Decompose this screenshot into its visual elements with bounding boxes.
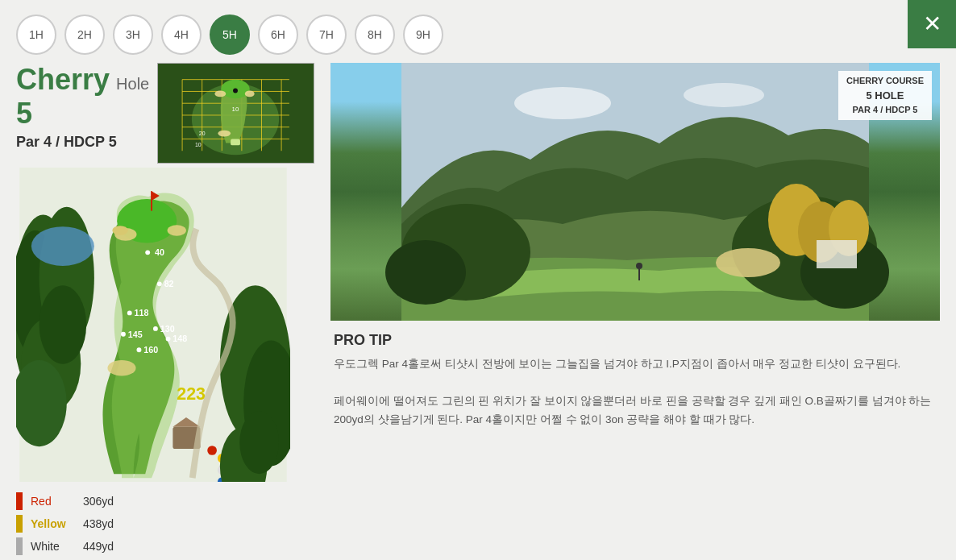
white-label: White (31, 540, 75, 553)
photo-par-label: PAR 4 / HDCP 5 (846, 103, 924, 117)
red-color-bar (16, 492, 23, 510)
hole-btn-1h[interactable]: 1H (16, 15, 56, 55)
svg-rect-72 (817, 240, 857, 268)
left-top-area: Cherry 5 Hole Par 4 / HDCP 5 (16, 63, 314, 164)
svg-point-66 (385, 240, 466, 305)
svg-text:82: 82 (164, 279, 174, 288)
left-panel: Cherry 5 Hole Par 4 / HDCP 5 (16, 63, 314, 560)
svg-text:10: 10 (195, 142, 202, 147)
distance-row-yellow: Yellow 438yd (16, 512, 193, 535)
red-value: 306yd (83, 495, 114, 508)
distance-row-white: White 449yd (16, 535, 193, 558)
svg-point-29 (31, 226, 94, 266)
svg-rect-19 (231, 139, 240, 145)
photo-course-label: CHERRY COURSE (846, 74, 924, 88)
pro-tip-para2: 페어웨이에 떨어져도 그린의 핀 위치가 잘 보이지 않을뿐더러 바로 핀을 공… (334, 395, 931, 425)
main-content: Cherry 5 Hole Par 4 / HDCP 5 (0, 63, 956, 560)
hole-suffix: Hole (116, 75, 149, 93)
hole-btn-5h[interactable]: 5H (210, 15, 250, 55)
svg-text:148: 148 (172, 334, 187, 343)
svg-point-51 (107, 360, 135, 376)
mini-map-svg: 10 20 10 (158, 64, 314, 163)
photo-hole-label: 5 HOLE (846, 88, 924, 104)
svg-text:223: 223 (177, 384, 206, 404)
distance-row-red: Red 306yd (16, 490, 193, 512)
svg-point-48 (137, 347, 142, 352)
svg-point-16 (215, 90, 227, 97)
hole-btn-3h[interactable]: 3H (113, 15, 153, 55)
svg-text:20: 20 (199, 131, 206, 136)
course-svg: 40 82 118 145 130 148 (16, 168, 290, 482)
svg-point-36 (145, 250, 150, 255)
pro-tip-section: PRO TIP 우도그렉 Par 4홀로써 티샷시 전방에 보이는 그늘집을 넘… (330, 332, 940, 429)
svg-point-38 (157, 281, 162, 286)
svg-point-76 (684, 83, 764, 107)
white-value: 449yd (83, 540, 114, 553)
svg-text:145: 145 (128, 330, 143, 339)
red-label: Red (31, 495, 75, 508)
svg-text:10: 10 (232, 106, 239, 113)
distance-table: Red 306yd Yellow 438yd White 449yd Blue … (16, 490, 193, 560)
svg-point-46 (166, 337, 171, 342)
svg-text:160: 160 (143, 345, 158, 355)
hole-navigation: 1H 2H 3H 4H 5H 6H 7H 8H 9H (0, 0, 956, 63)
hole-btn-9h[interactable]: 9H (403, 15, 443, 55)
svg-point-61 (39, 285, 87, 364)
course-photo: CHERRY COURSE 5 HOLE PAR 4 / HDCP 5 (330, 63, 940, 321)
svg-point-40 (127, 310, 132, 315)
par-hdcp: Par 4 / HDCP 5 (16, 134, 149, 151)
svg-point-34 (112, 226, 128, 235)
svg-text:118: 118 (135, 308, 149, 317)
course-illustration: 40 82 118 145 130 148 (16, 168, 290, 482)
hole-btn-6h[interactable]: 6H (258, 15, 298, 55)
close-button[interactable]: ✕ (908, 0, 956, 48)
yellow-label: Yellow (31, 517, 75, 530)
close-icon: ✕ (923, 13, 941, 35)
yellow-value: 438yd (83, 517, 114, 530)
pro-tip-title: PRO TIP (334, 332, 937, 349)
svg-text:130: 130 (160, 324, 175, 334)
svg-point-17 (245, 90, 255, 97)
svg-point-59 (239, 411, 279, 474)
svg-point-18 (218, 131, 231, 137)
svg-point-75 (514, 87, 611, 119)
svg-point-15 (233, 89, 238, 93)
pro-tip-para1: 우도그렉 Par 4홀로써 티샷시 전방에 보이는 그늘집을 넘겨야 하고 I.… (334, 358, 900, 370)
photo-label: CHERRY COURSE 5 HOLE PAR 4 / HDCP 5 (838, 71, 932, 120)
hole-course-name: Cherry 5 (16, 63, 110, 131)
svg-point-42 (121, 332, 126, 337)
title-area: Cherry 5 Hole Par 4 / HDCP 5 (16, 63, 149, 159)
right-panel: CHERRY COURSE 5 HOLE PAR 4 / HDCP 5 PRO … (330, 63, 940, 560)
svg-point-35 (168, 225, 186, 236)
hole-btn-8h[interactable]: 8H (355, 15, 395, 55)
svg-point-73 (636, 263, 642, 269)
hole-btn-7h[interactable]: 7H (306, 15, 347, 55)
mini-map: 10 20 10 (157, 63, 314, 164)
yellow-color-bar (16, 515, 23, 533)
hole-btn-2h[interactable]: 2H (64, 15, 105, 55)
hole-title: Cherry 5 Hole (16, 63, 149, 131)
svg-point-44 (153, 326, 158, 331)
pro-tip-text: 우도그렉 Par 4홀로써 티샷시 전방에 보이는 그늘집을 넘겨야 하고 I.… (334, 355, 937, 429)
svg-text:40: 40 (155, 247, 164, 257)
svg-point-54 (207, 446, 217, 455)
svg-point-71 (716, 248, 780, 277)
white-color-bar (16, 537, 23, 555)
hole-btn-4h[interactable]: 4H (161, 15, 202, 55)
